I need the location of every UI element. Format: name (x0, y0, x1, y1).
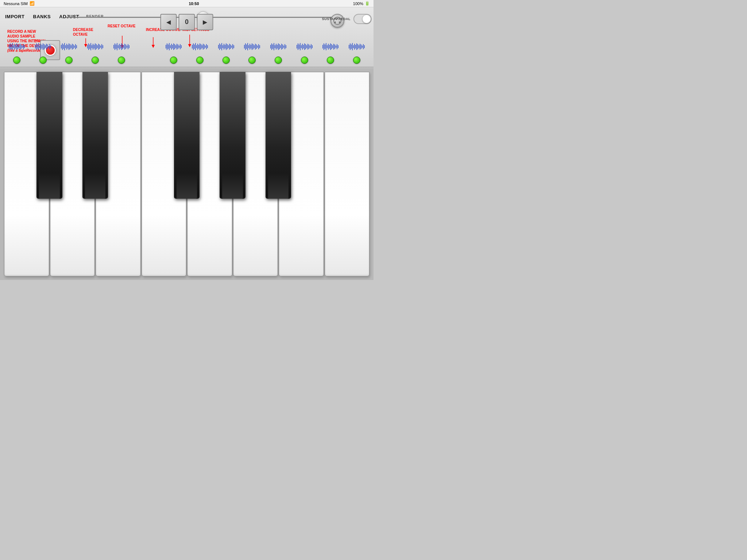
sample-slot-4[interactable] (82, 40, 108, 53)
sustain-pedal-toggle[interactable] (353, 14, 372, 24)
sample-slot-5[interactable] (108, 40, 135, 53)
svg-rect-198 (359, 45, 359, 48)
svg-rect-191 (351, 44, 352, 49)
svg-rect-79 (124, 44, 125, 50)
sample-slot-10[interactable] (265, 40, 291, 53)
dot-slot-1[interactable] (4, 57, 30, 64)
svg-rect-106 (200, 43, 200, 50)
dot-slot-6[interactable] (160, 57, 187, 64)
green-dot-7 (196, 57, 204, 64)
green-dot-6 (170, 57, 177, 64)
black-key-ds[interactable] (82, 72, 108, 199)
green-dot-11 (301, 57, 308, 64)
svg-rect-156 (283, 46, 284, 48)
svg-rect-167 (305, 44, 306, 49)
dot-slot-10[interactable] (265, 57, 291, 64)
waveform-11 (296, 42, 313, 51)
white-key-c2[interactable] (325, 72, 370, 276)
svg-rect-23 (24, 45, 25, 48)
sample-slot-13[interactable] (344, 40, 370, 53)
svg-rect-143 (259, 45, 260, 48)
sample-slot-3[interactable] (56, 40, 82, 53)
svg-rect-69 (113, 45, 114, 48)
svg-rect-197 (357, 44, 358, 49)
black-key-cs[interactable] (36, 72, 62, 199)
svg-rect-121 (226, 43, 227, 50)
decrease-annotation: DECREASEOCTAVE (73, 27, 93, 37)
svg-rect-89 (171, 44, 172, 50)
svg-rect-76 (121, 43, 122, 50)
svg-rect-133 (248, 45, 249, 48)
svg-rect-172 (311, 44, 311, 49)
svg-rect-93 (175, 45, 176, 48)
waveform-8 (217, 42, 235, 51)
svg-rect-78 (123, 45, 124, 48)
svg-rect-109 (203, 44, 204, 50)
svg-rect-135 (251, 45, 251, 48)
svg-rect-157 (285, 44, 285, 49)
wifi-icon: 📶 (30, 1, 35, 6)
green-dot-2 (39, 57, 47, 64)
dot-slot-3[interactable] (56, 57, 82, 64)
svg-rect-131 (246, 44, 247, 49)
svg-rect-24 (35, 45, 36, 48)
svg-rect-166 (304, 43, 305, 50)
svg-rect-194 (354, 44, 355, 50)
black-key-gs[interactable] (220, 72, 245, 199)
increase-octave-button[interactable]: ▶ (197, 14, 213, 30)
import-button[interactable]: IMPORT (4, 13, 26, 20)
dot-slot-12[interactable] (318, 57, 344, 64)
banks-button[interactable]: BANKS (32, 13, 53, 20)
sample-slot-9[interactable] (239, 40, 265, 53)
dot-slot-4[interactable] (82, 57, 108, 64)
svg-rect-42 (64, 43, 65, 50)
svg-rect-22 (23, 44, 24, 49)
sample-slot-7[interactable] (187, 40, 213, 53)
dot-slot-9[interactable] (239, 57, 265, 64)
sample-slot-12[interactable] (318, 40, 344, 53)
octave-controls: ◀ 0 ▶ (160, 14, 213, 30)
svg-rect-18 (19, 45, 19, 48)
svg-rect-105 (198, 45, 199, 48)
svg-rect-116 (220, 44, 221, 49)
svg-rect-92 (174, 44, 175, 49)
black-key-bottom-gs (222, 173, 243, 199)
svg-rect-128 (233, 45, 234, 48)
sample-slot-2[interactable] (30, 40, 56, 53)
black-key-fs[interactable] (174, 72, 200, 199)
status-left: Nessuna SIM 📶 (4, 1, 35, 6)
sample-slot-6[interactable] (160, 40, 187, 53)
sustain-pedal-section: SUSTAIN PEDAL (322, 14, 372, 24)
svg-rect-95 (178, 44, 178, 49)
svg-rect-29 (40, 44, 41, 50)
dot-slot-5[interactable] (108, 57, 135, 64)
dot-slot-13[interactable] (344, 57, 370, 64)
battery-label: 100% (353, 1, 363, 6)
svg-rect-159 (297, 45, 297, 48)
svg-rect-86 (168, 44, 169, 49)
svg-rect-155 (282, 44, 283, 49)
dot-slot-8[interactable] (213, 57, 239, 64)
svg-rect-21 (22, 46, 23, 48)
sample-slot-11[interactable] (291, 40, 318, 53)
svg-rect-75 (120, 45, 121, 48)
svg-rect-59 (93, 44, 93, 50)
svg-rect-188 (338, 45, 338, 48)
svg-rect-148 (275, 45, 275, 48)
svg-rect-81 (127, 46, 127, 48)
svg-rect-19 (20, 44, 20, 50)
svg-rect-37 (49, 44, 50, 49)
black-key-as[interactable] (266, 72, 291, 199)
dot-slot-2[interactable] (30, 57, 56, 64)
sample-slot-8[interactable] (213, 40, 239, 53)
svg-rect-88 (170, 45, 171, 48)
svg-rect-115 (219, 43, 220, 50)
sample-slot-1[interactable] (4, 40, 30, 53)
svg-rect-108 (202, 45, 202, 48)
svg-rect-111 (205, 46, 206, 48)
dot-slot-7[interactable] (187, 57, 213, 64)
svg-rect-90 (172, 45, 173, 48)
waveform-5 (113, 42, 130, 51)
decrease-octave-button[interactable]: ◀ (160, 14, 177, 30)
dot-slot-11[interactable] (291, 57, 318, 64)
